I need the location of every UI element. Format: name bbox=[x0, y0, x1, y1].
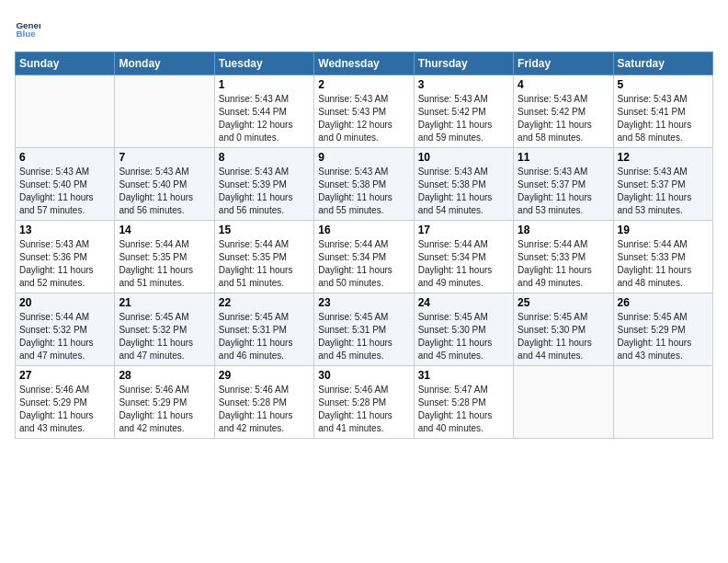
calendar-cell: 16Sunrise: 5:44 AMSunset: 5:34 PMDayligh… bbox=[314, 221, 414, 293]
day-info: Sunrise: 5:43 AMSunset: 5:44 PMDaylight:… bbox=[219, 93, 310, 144]
day-number: 6 bbox=[19, 151, 110, 164]
weekday-header-friday: Friday bbox=[514, 52, 613, 75]
day-info: Sunrise: 5:43 AMSunset: 5:38 PMDaylight:… bbox=[418, 166, 509, 217]
calendar-cell: 4Sunrise: 5:43 AMSunset: 5:42 PMDaylight… bbox=[514, 75, 613, 148]
day-number: 1 bbox=[219, 78, 310, 91]
day-number: 27 bbox=[19, 369, 110, 382]
day-number: 29 bbox=[219, 369, 310, 382]
day-number: 20 bbox=[19, 296, 110, 309]
calendar-week-row: 13Sunrise: 5:43 AMSunset: 5:36 PMDayligh… bbox=[16, 221, 713, 293]
day-number: 31 bbox=[418, 369, 509, 382]
day-info: Sunrise: 5:44 AMSunset: 5:33 PMDaylight:… bbox=[518, 238, 609, 290]
day-number: 10 bbox=[418, 151, 509, 164]
calendar-header-row: SundayMondayTuesdayWednesdayThursdayFrid… bbox=[16, 52, 713, 75]
calendar-cell: 12Sunrise: 5:43 AMSunset: 5:37 PMDayligh… bbox=[613, 148, 712, 221]
day-number: 13 bbox=[19, 224, 110, 236]
day-info: Sunrise: 5:43 AMSunset: 5:39 PMDaylight:… bbox=[219, 166, 310, 217]
day-info: Sunrise: 5:44 AMSunset: 5:35 PMDaylight:… bbox=[219, 238, 310, 290]
page-header: General Blue bbox=[15, 15, 713, 40]
day-number: 21 bbox=[119, 296, 210, 309]
calendar-week-row: 20Sunrise: 5:44 AMSunset: 5:32 PMDayligh… bbox=[16, 293, 713, 366]
calendar-cell: 21Sunrise: 5:45 AMSunset: 5:32 PMDayligh… bbox=[115, 293, 214, 366]
day-info: Sunrise: 5:46 AMSunset: 5:28 PMDaylight:… bbox=[318, 384, 409, 435]
calendar-cell bbox=[514, 366, 613, 439]
day-number: 15 bbox=[219, 224, 310, 236]
day-info: Sunrise: 5:43 AMSunset: 5:40 PMDaylight:… bbox=[19, 166, 110, 217]
day-number: 4 bbox=[518, 78, 609, 91]
calendar-cell: 27Sunrise: 5:46 AMSunset: 5:29 PMDayligh… bbox=[16, 366, 115, 439]
day-number: 12 bbox=[618, 151, 709, 164]
day-number: 22 bbox=[219, 296, 310, 309]
day-info: Sunrise: 5:45 AMSunset: 5:32 PMDaylight:… bbox=[119, 311, 210, 362]
day-info: Sunrise: 5:46 AMSunset: 5:29 PMDaylight:… bbox=[119, 384, 210, 435]
calendar-cell: 3Sunrise: 5:43 AMSunset: 5:42 PMDaylight… bbox=[414, 75, 513, 148]
day-info: Sunrise: 5:44 AMSunset: 5:33 PMDaylight:… bbox=[618, 238, 709, 290]
calendar-cell: 1Sunrise: 5:43 AMSunset: 5:44 PMDaylight… bbox=[214, 75, 313, 148]
day-info: Sunrise: 5:44 AMSunset: 5:32 PMDaylight:… bbox=[19, 311, 110, 362]
calendar-cell: 17Sunrise: 5:44 AMSunset: 5:34 PMDayligh… bbox=[414, 221, 513, 293]
calendar-cell: 31Sunrise: 5:47 AMSunset: 5:28 PMDayligh… bbox=[414, 366, 513, 439]
day-number: 8 bbox=[219, 151, 310, 164]
calendar-cell: 24Sunrise: 5:45 AMSunset: 5:30 PMDayligh… bbox=[414, 293, 513, 366]
day-number: 19 bbox=[618, 224, 709, 236]
day-number: 18 bbox=[518, 224, 609, 236]
day-info: Sunrise: 5:43 AMSunset: 5:42 PMDaylight:… bbox=[518, 93, 609, 144]
calendar-cell: 20Sunrise: 5:44 AMSunset: 5:32 PMDayligh… bbox=[16, 293, 115, 366]
weekday-header-wednesday: Wednesday bbox=[314, 52, 414, 75]
calendar-cell: 7Sunrise: 5:43 AMSunset: 5:40 PMDaylight… bbox=[115, 148, 214, 221]
day-info: Sunrise: 5:43 AMSunset: 5:37 PMDaylight:… bbox=[618, 166, 709, 217]
logo-icon: General Blue bbox=[15, 15, 40, 40]
day-number: 3 bbox=[418, 78, 509, 91]
calendar-cell: 29Sunrise: 5:46 AMSunset: 5:28 PMDayligh… bbox=[214, 366, 313, 439]
day-number: 25 bbox=[518, 296, 609, 309]
day-info: Sunrise: 5:43 AMSunset: 5:36 PMDaylight:… bbox=[19, 238, 110, 290]
logo: General Blue bbox=[15, 15, 44, 40]
day-info: Sunrise: 5:43 AMSunset: 5:40 PMDaylight:… bbox=[119, 166, 210, 217]
weekday-header-thursday: Thursday bbox=[414, 52, 513, 75]
day-number: 11 bbox=[518, 151, 609, 164]
calendar-cell: 25Sunrise: 5:45 AMSunset: 5:30 PMDayligh… bbox=[514, 293, 613, 366]
day-info: Sunrise: 5:43 AMSunset: 5:42 PMDaylight:… bbox=[418, 93, 509, 144]
weekday-header-sunday: Sunday bbox=[16, 52, 115, 75]
calendar-cell: 23Sunrise: 5:45 AMSunset: 5:31 PMDayligh… bbox=[314, 293, 414, 366]
calendar-cell: 15Sunrise: 5:44 AMSunset: 5:35 PMDayligh… bbox=[214, 221, 313, 293]
day-number: 5 bbox=[618, 78, 709, 91]
calendar-cell: 22Sunrise: 5:45 AMSunset: 5:31 PMDayligh… bbox=[214, 293, 313, 366]
day-info: Sunrise: 5:45 AMSunset: 5:31 PMDaylight:… bbox=[219, 311, 310, 362]
calendar-cell: 14Sunrise: 5:44 AMSunset: 5:35 PMDayligh… bbox=[115, 221, 214, 293]
day-number: 26 bbox=[618, 296, 709, 309]
day-number: 9 bbox=[318, 151, 409, 164]
day-number: 24 bbox=[418, 296, 509, 309]
day-info: Sunrise: 5:45 AMSunset: 5:30 PMDaylight:… bbox=[418, 311, 509, 362]
weekday-header-saturday: Saturday bbox=[613, 52, 712, 75]
svg-text:Blue: Blue bbox=[16, 29, 36, 39]
day-number: 28 bbox=[119, 369, 210, 382]
calendar-week-row: 6Sunrise: 5:43 AMSunset: 5:40 PMDaylight… bbox=[16, 148, 713, 221]
day-info: Sunrise: 5:47 AMSunset: 5:28 PMDaylight:… bbox=[418, 384, 509, 435]
weekday-header-monday: Monday bbox=[115, 52, 214, 75]
calendar-cell: 18Sunrise: 5:44 AMSunset: 5:33 PMDayligh… bbox=[514, 221, 613, 293]
calendar-cell: 9Sunrise: 5:43 AMSunset: 5:38 PMDaylight… bbox=[314, 148, 414, 221]
calendar-cell: 13Sunrise: 5:43 AMSunset: 5:36 PMDayligh… bbox=[16, 221, 115, 293]
calendar-cell bbox=[115, 75, 214, 148]
calendar-cell: 5Sunrise: 5:43 AMSunset: 5:41 PMDaylight… bbox=[613, 75, 712, 148]
weekday-header-tuesday: Tuesday bbox=[214, 52, 313, 75]
day-info: Sunrise: 5:45 AMSunset: 5:30 PMDaylight:… bbox=[518, 311, 609, 362]
calendar-table: SundayMondayTuesdayWednesdayThursdayFrid… bbox=[15, 52, 713, 439]
day-info: Sunrise: 5:43 AMSunset: 5:41 PMDaylight:… bbox=[618, 93, 709, 144]
day-info: Sunrise: 5:44 AMSunset: 5:34 PMDaylight:… bbox=[418, 238, 509, 290]
day-number: 16 bbox=[318, 224, 409, 236]
calendar-cell: 2Sunrise: 5:43 AMSunset: 5:43 PMDaylight… bbox=[314, 75, 414, 148]
calendar-cell: 19Sunrise: 5:44 AMSunset: 5:33 PMDayligh… bbox=[613, 221, 712, 293]
day-number: 2 bbox=[318, 78, 409, 91]
calendar-cell bbox=[613, 366, 712, 439]
day-info: Sunrise: 5:46 AMSunset: 5:29 PMDaylight:… bbox=[19, 384, 110, 435]
calendar-week-row: 27Sunrise: 5:46 AMSunset: 5:29 PMDayligh… bbox=[16, 366, 713, 439]
day-info: Sunrise: 5:44 AMSunset: 5:35 PMDaylight:… bbox=[119, 238, 210, 290]
calendar-cell bbox=[16, 75, 115, 148]
calendar-cell: 11Sunrise: 5:43 AMSunset: 5:37 PMDayligh… bbox=[514, 148, 613, 221]
day-info: Sunrise: 5:43 AMSunset: 5:43 PMDaylight:… bbox=[318, 93, 409, 144]
day-info: Sunrise: 5:45 AMSunset: 5:29 PMDaylight:… bbox=[618, 311, 709, 362]
day-info: Sunrise: 5:43 AMSunset: 5:38 PMDaylight:… bbox=[318, 166, 409, 217]
day-number: 30 bbox=[318, 369, 409, 382]
